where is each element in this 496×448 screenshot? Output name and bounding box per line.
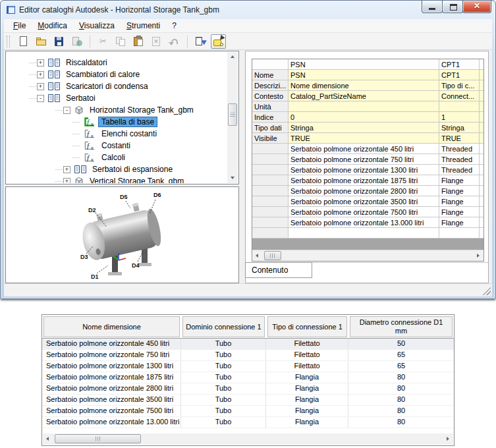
column-header-3[interactable]: Diametro connessione D1 mm	[348, 315, 454, 338]
psn-cell[interactable]: Serbatoio polmone orizzontale 13.000 lit…	[289, 217, 439, 228]
psn-cell[interactable]: Serbatoio polmone orizzontale 1300 litri	[289, 165, 439, 175]
tree-item-vertical-storage-tank-gbm[interactable]: +Vertical Storage Tank_gbm	[7, 175, 227, 183]
validate-button[interactable]	[211, 34, 226, 49]
spare-cell[interactable]	[480, 228, 483, 238]
expander-collapsed[interactable]: +	[63, 166, 70, 173]
scroll-right-button[interactable]	[443, 434, 453, 444]
cpt1-cell[interactable]: TRUE	[439, 133, 480, 144]
row-header-cell[interactable]: Tipo dati	[252, 123, 289, 133]
psn-cell[interactable]: Stringa	[289, 123, 439, 133]
column-header-0[interactable]: Nome dimensione	[42, 315, 181, 338]
cpt1-cell[interactable]: Tipo di c...	[439, 80, 480, 91]
psn-cell[interactable]: PSN	[289, 70, 439, 80]
toolbar-grip[interactable]	[7, 36, 10, 47]
expander-expanded[interactable]: -	[63, 107, 70, 114]
psn-cell[interactable]: TRUE	[289, 133, 439, 144]
spare-cell[interactable]	[480, 80, 483, 91]
table-row[interactable]: Serbatoio polmone orizzontale 7500 litri…	[42, 406, 454, 417]
expander-collapsed[interactable]: +	[37, 83, 44, 90]
tree-item-scaricatori-di-condensa[interactable]: +Scaricatori di condensa	[7, 80, 227, 92]
table-row[interactable]: Serbatoio polmone orizzontale 13.000 lit…	[42, 417, 454, 428]
psn-cell[interactable]: Serbatoio polmone orizzontale 1875 litri	[289, 175, 439, 186]
table-row[interactable]: Serbatoio polmone orizzontale 1875 litri…	[42, 372, 454, 383]
tree-item-scambiatori-di-calore[interactable]: +Scambiatori di calore	[7, 69, 227, 80]
tree-item-serbatoi-di-espansione[interactable]: +Serbatoi di espansione	[7, 163, 227, 175]
tree-item-tabella-di-base[interactable]: fxTabella di base	[7, 116, 227, 128]
restore-button[interactable]	[442, 1, 463, 13]
table-row[interactable]: Serbatoio polmone orizzontale 750 litriT…	[42, 350, 454, 361]
spare-cell[interactable]	[480, 186, 483, 196]
row-header-cell[interactable]	[252, 186, 289, 196]
column-header-2[interactable]: Tipo di connessione 1	[266, 315, 348, 338]
row-header-cell[interactable]	[252, 217, 289, 228]
cpt1-cell[interactable]: Flange	[439, 175, 480, 186]
row-header-cell[interactable]: Nome	[252, 70, 289, 80]
spare-cell[interactable]	[480, 101, 483, 112]
psn-cell[interactable]: Serbatoio polmone orizzontale 450 litri	[289, 144, 439, 154]
psn-cell[interactable]	[289, 101, 439, 112]
scroll-up-button[interactable]	[227, 52, 238, 63]
tree-item-serbatoi[interactable]: -Serbatoi	[7, 92, 227, 104]
size-table-horizontal-scrollbar[interactable]	[43, 434, 453, 445]
spare-cell[interactable]	[480, 123, 483, 133]
tree-item-riscaldatori[interactable]: +Riscaldatori	[7, 57, 227, 69]
row-header-cell[interactable]	[252, 196, 289, 207]
psn-cell[interactable]: Serbatoio polmone orizzontale 750 litri	[289, 154, 439, 165]
row-header-cell[interactable]: Indice	[252, 112, 289, 123]
psn-cell[interactable]	[289, 228, 439, 238]
cpt1-cell[interactable]: Connect...	[439, 91, 480, 101]
scroll-down-button[interactable]	[227, 173, 238, 183]
psn-cell[interactable]: Serbatoio polmone orizzontale 3500 litri	[289, 196, 439, 207]
expander-expanded[interactable]: -	[37, 95, 44, 102]
cpt1-cell[interactable]	[439, 101, 480, 112]
menu-item-strumenti[interactable]: Strumenti	[121, 19, 166, 32]
spare-cell[interactable]	[480, 91, 483, 101]
cpt1-cell[interactable]: Flange	[439, 186, 480, 196]
scroll-left-button[interactable]	[252, 250, 263, 261]
spare-cell[interactable]	[480, 196, 483, 207]
menu-item-visualizza[interactable]: Visualizza	[73, 19, 121, 32]
tree-vertical-scrollbar[interactable]	[227, 52, 238, 183]
spare-cell[interactable]	[480, 144, 483, 154]
cpt1-cell[interactable]: Threaded	[439, 165, 480, 175]
scroll-left-button[interactable]	[43, 434, 53, 444]
table-row[interactable]: Serbatoio polmone orizzontale 1300 litri…	[42, 361, 454, 372]
row-header-cell[interactable]: Unità	[252, 101, 289, 112]
cpt1-cell[interactable]: CPT1	[439, 70, 480, 80]
scroll-right-button[interactable]	[473, 250, 483, 261]
scroll-thumb[interactable]	[55, 434, 141, 443]
open-button[interactable]	[34, 34, 49, 49]
tree-item-horizontal-storage-tank-gbm[interactable]: -Horizontal Storage Tank_gbm	[7, 104, 227, 116]
save-button[interactable]	[51, 34, 67, 49]
spare-cell[interactable]	[480, 70, 483, 80]
psn-cell[interactable]: Serbatoio polmone orizzontale 7500 litri	[289, 207, 439, 217]
expander-collapsed[interactable]: +	[37, 59, 44, 67]
spare-cell[interactable]	[480, 112, 483, 123]
scroll-thumb[interactable]	[264, 251, 281, 260]
tree-item-costanti[interactable]: fxCostanti	[7, 140, 227, 152]
expander-collapsed[interactable]: +	[37, 71, 44, 78]
row-header-cell[interactable]	[252, 207, 289, 217]
grid-horizontal-scrollbar[interactable]	[252, 250, 483, 262]
column-header-1[interactable]: Dominio connessione 1	[181, 315, 266, 338]
expander-collapsed[interactable]: +	[63, 178, 70, 184]
cpt1-cell[interactable]: Flange	[439, 196, 480, 207]
menu-item-help[interactable]: ?	[166, 19, 182, 32]
psn-cell[interactable]: 0	[289, 112, 439, 123]
table-row[interactable]: Serbatoio polmone orizzontale 3500 litri…	[42, 395, 454, 406]
spare-cell[interactable]	[480, 175, 483, 186]
scroll-thumb[interactable]	[228, 103, 237, 126]
minimize-button[interactable]	[422, 1, 443, 13]
spare-cell[interactable]	[480, 133, 483, 144]
row-header-cell[interactable]	[252, 154, 289, 165]
psn-cell[interactable]: Catalog_PartSizeName	[289, 91, 439, 101]
row-header-cell[interactable]	[252, 228, 289, 238]
paste-button[interactable]	[131, 34, 146, 49]
table-row[interactable]: Serbatoio polmone orizzontale 2800 litri…	[42, 383, 454, 395]
spare-cell[interactable]	[480, 154, 483, 165]
tree-item-calcoli[interactable]: fxCalcoli	[7, 152, 227, 163]
cpt1-cell[interactable]: Flange	[439, 207, 480, 217]
psn-cell[interactable]: Nome dimensione	[289, 80, 439, 91]
cpt1-cell[interactable]	[439, 228, 480, 238]
resize-grip[interactable]	[483, 287, 491, 295]
